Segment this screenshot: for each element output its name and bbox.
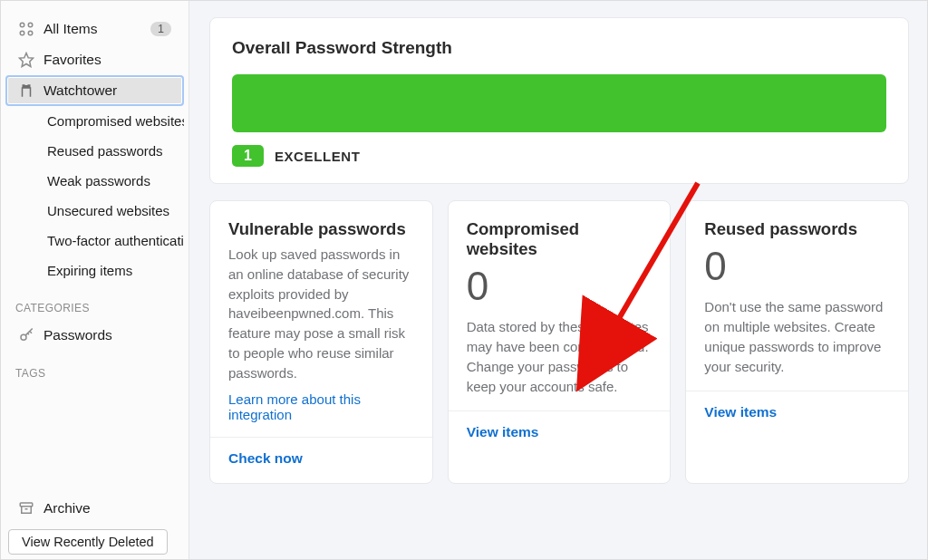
watchtower-icon — [18, 82, 34, 99]
items-icon — [18, 21, 34, 37]
tile-compromised-websites: Compromised websites 0 Data stored by th… — [448, 200, 672, 484]
tile-title: Compromised websites — [467, 219, 652, 259]
archive-icon — [18, 500, 34, 517]
sidebar-item-label: Archive — [44, 500, 171, 517]
tile-description: Look up saved passwords in an online dat… — [228, 245, 414, 382]
strength-rating-text: EXCELLENT — [275, 149, 361, 164]
strength-count-pill: 1 — [232, 145, 264, 167]
svg-marker-4 — [20, 53, 34, 67]
view-items-button[interactable]: View items — [449, 410, 671, 444]
learn-more-link[interactable]: Learn more about this integration — [228, 391, 414, 422]
sidebar-item-label: Watchtower — [44, 82, 171, 99]
sidebar-sub-unsecured-websites[interactable]: Unsecured websites — [5, 196, 184, 226]
rating-row: 1 EXCELLENT — [232, 145, 886, 167]
tile-title: Reused passwords — [704, 219, 890, 239]
check-now-button[interactable]: Check now — [210, 437, 432, 470]
app-window: All Items 1 Favorites Watchtower Comprom… — [0, 0, 928, 560]
tile-reused-passwords: Reused passwords 0 Don't use the same pa… — [685, 200, 909, 484]
svg-point-3 — [28, 31, 33, 35]
sidebar-item-all-items[interactable]: All Items 1 — [5, 14, 184, 44]
sidebar-sub-weak-passwords[interactable]: Weak passwords — [5, 166, 184, 196]
sidebar-sub-reused-passwords[interactable]: Reused passwords — [5, 136, 184, 166]
sidebar-item-label: All Items — [44, 21, 141, 37]
count-badge: 1 — [150, 22, 171, 36]
sidebar: All Items 1 Favorites Watchtower Comprom… — [1, 1, 189, 559]
strength-bar — [232, 74, 886, 132]
star-icon — [18, 52, 34, 68]
sidebar-sub-expiring-items[interactable]: Expiring items — [5, 256, 184, 285]
overall-strength-title: Overall Password Strength — [232, 38, 886, 58]
sidebar-item-label: Passwords — [44, 327, 171, 343]
tile-count: 0 — [467, 265, 652, 308]
tile-description: Data stored by these websites may have b… — [467, 317, 652, 396]
tiles-row: Vulnerable passwords Look up saved passw… — [209, 200, 909, 484]
svg-point-0 — [20, 23, 24, 27]
svg-rect-6 — [20, 503, 33, 507]
svg-point-1 — [28, 23, 33, 27]
sidebar-sub-compromised-websites[interactable]: Compromised websites — [5, 106, 184, 136]
sidebar-heading-categories: CATEGORIES — [1, 285, 188, 320]
tile-title: Vulnerable passwords — [228, 219, 414, 239]
sidebar-heading-tags: TAGS — [1, 351, 188, 385]
main-content: Overall Password Strength 1 EXCELLENT Vu… — [189, 1, 927, 559]
tile-vulnerable-passwords: Vulnerable passwords Look up saved passw… — [209, 200, 433, 484]
sidebar-item-archive[interactable]: Archive — [5, 493, 184, 524]
view-recently-deleted-button[interactable]: View Recently Deleted — [8, 529, 168, 555]
sidebar-item-passwords[interactable]: Passwords — [5, 320, 184, 351]
tile-count: 0 — [704, 245, 890, 288]
svg-point-2 — [20, 31, 24, 35]
sidebar-item-label: Favorites — [44, 52, 171, 68]
view-items-button[interactable]: View items — [686, 391, 908, 424]
overall-strength-card: Overall Password Strength 1 EXCELLENT — [209, 17, 909, 184]
sidebar-item-watchtower[interactable]: Watchtower — [5, 75, 184, 106]
tile-description: Don't use the same password on multiple … — [704, 297, 890, 376]
sidebar-sub-two-factor[interactable]: Two-factor authentication — [5, 226, 184, 256]
sidebar-item-favorites[interactable]: Favorites — [5, 44, 184, 75]
key-icon — [18, 327, 34, 343]
